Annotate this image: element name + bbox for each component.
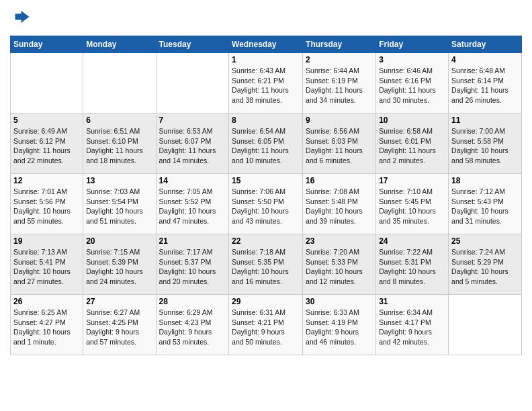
day-info: Sunrise: 6:29 AM Sunset: 4:23 PM Dayligh… <box>159 308 226 347</box>
calendar-cell: 29Sunrise: 6:31 AM Sunset: 4:21 PM Dayli… <box>229 295 303 355</box>
day-info: Sunrise: 6:33 AM Sunset: 4:19 PM Dayligh… <box>306 308 373 347</box>
column-header-wednesday: Wednesday <box>229 36 303 53</box>
calendar-cell: 5Sunrise: 6:49 AM Sunset: 6:12 PM Daylig… <box>11 113 83 174</box>
day-info: Sunrise: 7:18 AM Sunset: 5:35 PM Dayligh… <box>232 247 300 287</box>
day-number: 15 <box>232 176 300 185</box>
calendar-cell <box>11 53 83 113</box>
column-header-sunday: Sunday <box>11 36 83 53</box>
calendar-cell: 28Sunrise: 6:29 AM Sunset: 4:23 PM Dayli… <box>156 295 229 355</box>
calendar-cell: 31Sunrise: 6:34 AM Sunset: 4:17 PM Dayli… <box>376 295 449 355</box>
day-number: 10 <box>379 116 445 125</box>
calendar-cell: 1Sunrise: 6:43 AM Sunset: 6:21 PM Daylig… <box>229 53 303 113</box>
day-number: 14 <box>159 176 226 185</box>
day-info: Sunrise: 7:01 AM Sunset: 5:56 PM Dayligh… <box>13 187 80 226</box>
calendar-cell: 14Sunrise: 7:05 AM Sunset: 5:52 PM Dayli… <box>156 174 229 234</box>
calendar-cell: 25Sunrise: 7:24 AM Sunset: 5:29 PM Dayli… <box>449 234 522 295</box>
column-header-thursday: Thursday <box>303 36 376 53</box>
day-info: Sunrise: 7:22 AM Sunset: 5:31 PM Dayligh… <box>379 247 445 287</box>
day-number: 2 <box>306 55 373 64</box>
calendar-week-row: 1Sunrise: 6:43 AM Sunset: 6:21 PM Daylig… <box>11 53 522 113</box>
day-info: Sunrise: 6:25 AM Sunset: 4:27 PM Dayligh… <box>13 308 80 347</box>
calendar-cell: 6Sunrise: 6:51 AM Sunset: 6:10 PM Daylig… <box>83 113 156 174</box>
day-info: Sunrise: 7:12 AM Sunset: 5:43 PM Dayligh… <box>451 187 519 226</box>
day-info: Sunrise: 6:58 AM Sunset: 6:01 PM Dayligh… <box>379 126 445 166</box>
day-number: 22 <box>232 236 300 246</box>
calendar-cell: 16Sunrise: 7:08 AM Sunset: 5:48 PM Dayli… <box>303 174 376 234</box>
day-number: 13 <box>86 176 152 185</box>
day-number: 6 <box>86 116 152 125</box>
day-number: 26 <box>13 297 80 306</box>
calendar-cell: 30Sunrise: 6:33 AM Sunset: 4:19 PM Dayli… <box>303 295 376 355</box>
day-number: 21 <box>159 236 226 246</box>
day-info: Sunrise: 7:24 AM Sunset: 5:29 PM Dayligh… <box>451 247 519 287</box>
calendar-cell: 17Sunrise: 7:10 AM Sunset: 5:45 PM Dayli… <box>376 174 449 234</box>
day-info: Sunrise: 7:20 AM Sunset: 5:33 PM Dayligh… <box>306 247 373 287</box>
calendar-week-row: 12Sunrise: 7:01 AM Sunset: 5:56 PM Dayli… <box>11 174 522 234</box>
calendar-cell: 8Sunrise: 6:54 AM Sunset: 6:05 PM Daylig… <box>229 113 303 174</box>
day-number: 18 <box>451 176 519 185</box>
day-info: Sunrise: 7:06 AM Sunset: 5:50 PM Dayligh… <box>232 187 300 226</box>
calendar-cell: 15Sunrise: 7:06 AM Sunset: 5:50 PM Dayli… <box>229 174 303 234</box>
day-number: 4 <box>451 55 519 64</box>
calendar-cell <box>83 53 156 113</box>
calendar-cell: 19Sunrise: 7:13 AM Sunset: 5:41 PM Dayli… <box>11 234 83 295</box>
day-info: Sunrise: 6:56 AM Sunset: 6:03 PM Dayligh… <box>306 126 373 166</box>
calendar-cell: 24Sunrise: 7:22 AM Sunset: 5:31 PM Dayli… <box>376 234 449 295</box>
day-info: Sunrise: 7:05 AM Sunset: 5:52 PM Dayligh… <box>159 187 226 226</box>
day-number: 20 <box>86 236 152 246</box>
calendar-cell <box>449 295 522 355</box>
day-info: Sunrise: 6:27 AM Sunset: 4:25 PM Dayligh… <box>86 308 152 347</box>
day-info: Sunrise: 7:03 AM Sunset: 5:54 PM Dayligh… <box>86 187 152 226</box>
day-number: 5 <box>13 116 80 125</box>
calendar-week-row: 5Sunrise: 6:49 AM Sunset: 6:12 PM Daylig… <box>11 113 522 174</box>
day-info: Sunrise: 7:15 AM Sunset: 5:39 PM Dayligh… <box>86 247 152 287</box>
calendar-cell: 20Sunrise: 7:15 AM Sunset: 5:39 PM Dayli… <box>83 234 156 295</box>
day-info: Sunrise: 6:48 AM Sunset: 6:14 PM Dayligh… <box>451 66 519 105</box>
day-number: 11 <box>451 116 519 125</box>
day-info: Sunrise: 7:00 AM Sunset: 5:58 PM Dayligh… <box>451 126 519 166</box>
day-info: Sunrise: 7:08 AM Sunset: 5:48 PM Dayligh… <box>306 187 373 226</box>
calendar-cell: 18Sunrise: 7:12 AM Sunset: 5:43 PM Dayli… <box>449 174 522 234</box>
day-number: 31 <box>379 297 445 306</box>
day-number: 25 <box>451 236 519 246</box>
day-info: Sunrise: 6:43 AM Sunset: 6:21 PM Dayligh… <box>232 66 300 105</box>
day-info: Sunrise: 6:53 AM Sunset: 6:07 PM Dayligh… <box>159 126 226 166</box>
column-header-tuesday: Tuesday <box>156 36 229 53</box>
day-info: Sunrise: 6:49 AM Sunset: 6:12 PM Dayligh… <box>13 126 80 166</box>
day-info: Sunrise: 6:51 AM Sunset: 6:10 PM Dayligh… <box>86 126 152 166</box>
day-number: 3 <box>379 55 445 64</box>
day-number: 12 <box>13 176 80 185</box>
day-number: 19 <box>13 236 80 246</box>
calendar-cell: 4Sunrise: 6:48 AM Sunset: 6:14 PM Daylig… <box>449 53 522 113</box>
day-number: 24 <box>379 236 445 246</box>
column-header-friday: Friday <box>376 36 449 53</box>
calendar-cell: 11Sunrise: 7:00 AM Sunset: 5:58 PM Dayli… <box>449 113 522 174</box>
day-number: 23 <box>306 236 373 246</box>
day-info: Sunrise: 6:46 AM Sunset: 6:16 PM Dayligh… <box>379 66 445 105</box>
day-number: 29 <box>232 297 300 306</box>
day-info: Sunrise: 7:10 AM Sunset: 5:45 PM Dayligh… <box>379 187 445 226</box>
calendar-cell: 3Sunrise: 6:46 AM Sunset: 6:16 PM Daylig… <box>376 53 449 113</box>
calendar-cell: 7Sunrise: 6:53 AM Sunset: 6:07 PM Daylig… <box>156 113 229 174</box>
calendar-cell: 10Sunrise: 6:58 AM Sunset: 6:01 PM Dayli… <box>376 113 449 174</box>
day-number: 8 <box>232 116 300 125</box>
day-info: Sunrise: 6:31 AM Sunset: 4:21 PM Dayligh… <box>232 308 300 347</box>
calendar-cell: 9Sunrise: 6:56 AM Sunset: 6:03 PM Daylig… <box>303 113 376 174</box>
generalblue-icon <box>10 7 30 27</box>
day-number: 16 <box>306 176 373 185</box>
day-number: 9 <box>306 116 373 125</box>
day-number: 27 <box>86 297 152 306</box>
day-number: 30 <box>306 297 373 306</box>
column-header-saturday: Saturday <box>449 36 522 53</box>
column-header-monday: Monday <box>83 36 156 53</box>
calendar-cell: 13Sunrise: 7:03 AM Sunset: 5:54 PM Dayli… <box>83 174 156 234</box>
calendar-cell <box>156 53 229 113</box>
day-number: 1 <box>232 55 300 64</box>
calendar-header-row: SundayMondayTuesdayWednesdayThursdayFrid… <box>11 36 522 53</box>
day-number: 17 <box>379 176 445 185</box>
calendar-cell: 26Sunrise: 6:25 AM Sunset: 4:27 PM Dayli… <box>11 295 83 355</box>
day-info: Sunrise: 6:44 AM Sunset: 6:19 PM Dayligh… <box>306 66 373 105</box>
calendar-cell: 12Sunrise: 7:01 AM Sunset: 5:56 PM Dayli… <box>11 174 83 234</box>
calendar-cell: 22Sunrise: 7:18 AM Sunset: 5:35 PM Dayli… <box>229 234 303 295</box>
calendar-cell: 2Sunrise: 6:44 AM Sunset: 6:19 PM Daylig… <box>303 53 376 113</box>
